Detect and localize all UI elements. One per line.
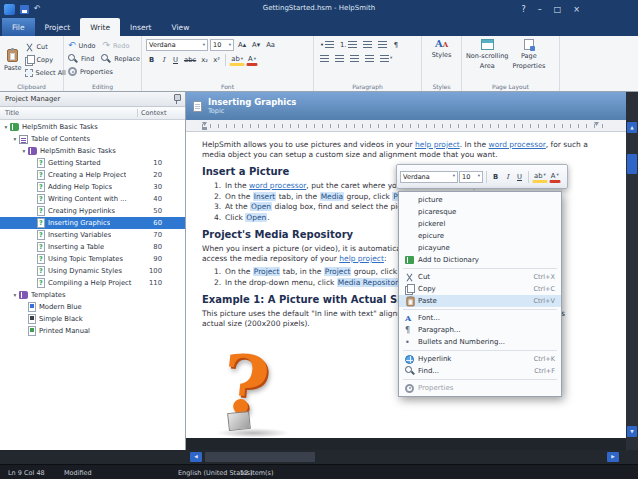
change-case-button[interactable]: Aa — [264, 40, 277, 51]
mini-font-color-button[interactable]: A▾ — [549, 171, 561, 183]
tab-write[interactable]: Write — [80, 18, 120, 36]
page-properties-button[interactable]: Page Properties — [512, 39, 545, 70]
subscript-button[interactable]: x₂ — [199, 55, 210, 66]
menu-item-paragraph[interactable]: ¶Paragraph... — [399, 324, 561, 336]
menu-item-add-to-dictionary[interactable]: Add to Dictionary — [399, 254, 561, 266]
mini-font-size-combo[interactable]: 10▾ — [459, 171, 483, 183]
strikethrough-button[interactable]: abc — [182, 55, 198, 66]
horizontal-scroll-thumb[interactable] — [205, 452, 315, 462]
expander-icon[interactable]: ▾ — [11, 292, 19, 298]
tree-item-inserting-graphics-selected[interactable]: Inserting Graphics60 — [0, 217, 185, 229]
superscript-button[interactable]: x² — [211, 55, 222, 66]
help-button[interactable]: ? — [521, 5, 525, 14]
numbered-list-button[interactable]: 1. — [338, 39, 359, 50]
font-color-button[interactable]: A▾ — [246, 54, 258, 66]
bullet-list-button[interactable]: • — [318, 39, 336, 50]
find-button[interactable]: Find — [68, 52, 94, 65]
close-button[interactable]: × — [573, 5, 580, 14]
tree-item-helpsmith-basic-tasks-book[interactable]: ▾HelpSmith Basic Tasks — [0, 145, 185, 157]
minimize-button[interactable]: – — [538, 5, 542, 14]
undo-button[interactable]: ↶Undo — [68, 39, 96, 52]
menu-item-properties[interactable]: Properties — [399, 382, 561, 394]
properties-button[interactable]: Properties — [68, 65, 113, 78]
menu-item-paste[interactable]: PasteCtrl+V — [399, 295, 561, 307]
scroll-down-button[interactable]: ▼ — [627, 426, 637, 437]
tab-project[interactable]: Project — [35, 18, 81, 36]
menu-item-hyperlink[interactable]: HyperlinkCtrl+K — [399, 353, 561, 365]
align-left-button[interactable] — [318, 53, 331, 64]
tree-item-simple-black[interactable]: Simple Black — [0, 313, 185, 325]
cut-button[interactable]: Cut — [25, 41, 66, 54]
line-spacing-button[interactable]: ▾ — [378, 53, 394, 64]
link-word-processor[interactable]: word processor — [489, 140, 546, 149]
tab-file[interactable]: File — [2, 18, 35, 36]
suggestion-picaresque[interactable]: picaresque — [399, 206, 561, 218]
bold-button[interactable]: B — [146, 55, 157, 66]
copy-button[interactable]: Copy — [25, 54, 66, 67]
grow-font-button[interactable]: A▴ — [236, 40, 248, 51]
styles-button[interactable]: AA Styles — [426, 39, 457, 59]
save-icon[interactable] — [20, 5, 29, 14]
column-context[interactable]: Context — [137, 109, 185, 117]
mini-font-family-combo[interactable]: Verdana▾ — [400, 171, 458, 183]
select-all-button[interactable]: Select All — [25, 67, 66, 80]
increase-indent-button[interactable] — [376, 39, 389, 50]
mini-underline-button[interactable]: U — [514, 171, 525, 182]
paste-button[interactable]: Paste — [4, 39, 22, 81]
scroll-up-button[interactable]: ▲ — [627, 122, 637, 133]
ruler[interactable] — [186, 120, 626, 132]
scroll-left-button[interactable]: ◀ — [190, 452, 202, 462]
show-formatting-button[interactable]: ¶ — [391, 39, 402, 50]
font-family-combo[interactable]: Verdana▾ — [146, 39, 208, 51]
align-right-button[interactable] — [348, 53, 361, 64]
pin-icon[interactable] — [173, 94, 180, 104]
italic-button[interactable]: I — [158, 55, 169, 66]
tree-item-getting-started[interactable]: Getting Started10 — [0, 157, 185, 169]
tree-item-creating-a-help-project[interactable]: Creating a Help Project20 — [0, 169, 185, 181]
tree-item-adding-help-topics[interactable]: Adding Help Topics30 — [0, 181, 185, 193]
decrease-indent-button[interactable] — [361, 39, 374, 50]
non-scrolling-area-button[interactable]: Non-scrolling Area — [466, 39, 508, 70]
tree-item-modern-blue[interactable]: Modern Blue — [0, 301, 185, 313]
replace-button[interactable]: Replace — [101, 52, 140, 65]
tree-item-creating-hyperlinks[interactable]: Creating Hyperlinks50 — [0, 205, 185, 217]
tree-item-templates[interactable]: ▾Templates — [0, 289, 185, 301]
tree-item-table-of-contents[interactable]: ▾Table of Contents — [0, 133, 185, 145]
indent-marker[interactable] — [202, 127, 207, 130]
question-mark-image[interactable]: ? — [214, 346, 300, 438]
menu-item-copy[interactable]: CopyCtrl+C — [399, 283, 561, 295]
scroll-right-button[interactable]: ▶ — [607, 452, 619, 462]
font-size-combo[interactable]: 10▾ — [210, 39, 234, 51]
expander-icon[interactable]: ▾ — [11, 136, 19, 142]
redo-button[interactable]: ↷Redo — [103, 39, 130, 52]
suggestion-epicure[interactable]: epicure — [399, 230, 561, 242]
menu-item-font[interactable]: AFont... — [399, 312, 561, 324]
vertical-scroll-thumb[interactable] — [627, 154, 637, 174]
underline-button[interactable]: U — [170, 55, 181, 66]
text-highlight-button[interactable]: ab▾ — [229, 54, 245, 66]
tree-item-writing-content[interactable]: Writing Content with ...40 — [0, 193, 185, 205]
tree-item-using-dynamic-styles[interactable]: Using Dynamic Styles100 — [0, 265, 185, 277]
mini-highlight-button[interactable]: ab▾ — [532, 171, 548, 183]
maximize-button[interactable]: □ — [554, 5, 562, 14]
align-justify-button[interactable] — [363, 53, 376, 64]
tab-insert[interactable]: Insert — [120, 18, 162, 36]
menu-item-cut[interactable]: CutCtrl+X — [399, 271, 561, 283]
tree-item-inserting-variables[interactable]: Inserting Variables70 — [0, 229, 185, 241]
menu-item-bullets-numbering[interactable]: •Bullets and Numbering... — [399, 336, 561, 348]
expander-icon[interactable]: ▾ — [2, 124, 10, 130]
tree-item-compiling-a-help-project[interactable]: Compiling a Help Project110 — [0, 277, 185, 289]
suggestion-picayune[interactable]: picayune — [399, 242, 561, 254]
column-title[interactable]: Title — [0, 109, 137, 117]
tree-item-inserting-a-table[interactable]: Inserting a Table80 — [0, 241, 185, 253]
quick-undo-icon[interactable]: ↶ — [34, 5, 41, 13]
tree-item-helpsmith-basic-tasks[interactable]: ▾HelpSmith Basic Tasks — [0, 121, 185, 133]
vertical-scrollbar[interactable]: ▲ ▼ — [626, 92, 638, 450]
link-word-processor[interactable]: word processor — [249, 181, 306, 190]
shrink-font-button[interactable]: A▾ — [250, 40, 262, 51]
suggestion-picture[interactable]: picture — [399, 194, 561, 206]
mini-italic-button[interactable]: I — [502, 171, 513, 182]
menu-item-find[interactable]: Find...Ctrl+F — [399, 365, 561, 377]
link-help-project[interactable]: help project — [339, 254, 384, 263]
expander-icon[interactable]: ▾ — [20, 148, 28, 154]
